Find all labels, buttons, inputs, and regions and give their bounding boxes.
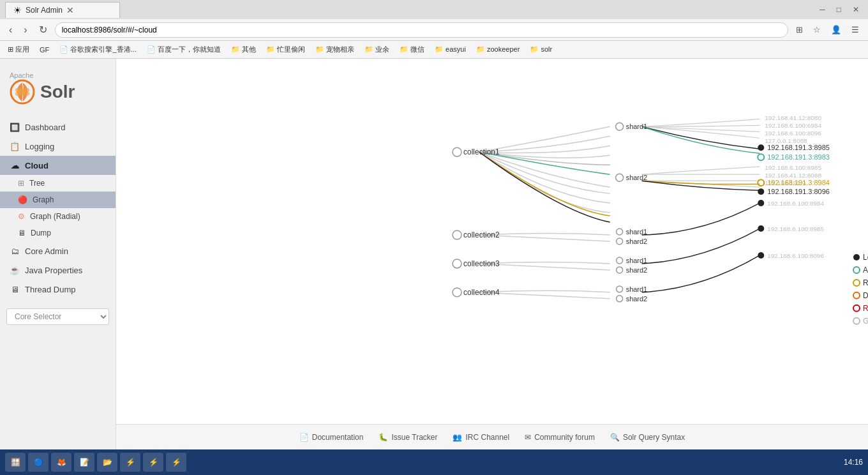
maximize-button[interactable]: □ xyxy=(833,4,845,15)
bookmark-zookeeper[interactable]: 📁 zookeeper xyxy=(474,44,522,55)
taskbar-start[interactable]: 🪟 xyxy=(5,453,26,472)
bug-icon: 🐛 xyxy=(378,433,388,442)
cloud-icon: ☁ xyxy=(10,160,20,170)
bookmark-easyui[interactable]: 📁 easyui xyxy=(432,44,468,55)
title-bar: ☀ Solr Admin ✕ ─ □ ✕ xyxy=(0,0,868,19)
browser-tab[interactable]: ☀ Solr Admin ✕ xyxy=(5,2,120,18)
sidebar-item-thread-dump[interactable]: 🖥 Thread Dump xyxy=(0,280,116,299)
forward-button[interactable]: › xyxy=(20,23,31,37)
footer-irc-link[interactable]: 👥 IRC Channel xyxy=(453,433,509,442)
sidebar-subitem-graph-label: Graph xyxy=(33,195,54,204)
collection1-label: collection1 xyxy=(463,147,500,156)
bookmark-baidu[interactable]: 📄 百度一下，你就知道 xyxy=(144,43,223,56)
c4-node[interactable] xyxy=(758,252,764,259)
bookmark-wechat[interactable]: 📁 微信 xyxy=(397,43,427,56)
extensions-button[interactable]: ⊞ xyxy=(792,24,807,36)
taskbar-icon-1[interactable]: 🔵 xyxy=(28,453,49,472)
bookmark-apps[interactable]: ⊞ 应用 xyxy=(5,43,32,56)
java-icon: ☕ xyxy=(10,265,20,275)
taskbar-time: 14:16 xyxy=(844,458,863,467)
taskbar-icon-5[interactable]: ⚡ xyxy=(120,453,140,472)
c3-shard1-node[interactable] xyxy=(617,257,623,264)
footer-documentation-link[interactable]: 📄 Documentation xyxy=(299,433,364,442)
legend-recovery-failed-label: Recovery Failed xyxy=(863,304,868,313)
sidebar-item-java-label: Java Properties xyxy=(25,266,82,275)
menu-button[interactable]: ☰ xyxy=(848,24,863,36)
collection1-node[interactable] xyxy=(453,147,461,156)
footer-issue-tracker-link[interactable]: 🐛 Issue Tracker xyxy=(378,433,437,442)
c2-shard2-label: shard2 xyxy=(626,238,648,245)
bookmark-google[interactable]: 📄 谷歌搜索引擎_香港... xyxy=(57,43,138,56)
bookmarks-bar: ⊞ 应用 GF 📄 谷歌搜索引擎_香港... 📄 百度一下，你就知道 📁 其他 … xyxy=(0,41,868,59)
footer-issue-tracker-label: Issue Tracker xyxy=(391,433,437,442)
taskbar-icon-7[interactable]: ⚡ xyxy=(166,453,186,472)
profile-button[interactable]: 👤 xyxy=(827,24,845,36)
active-node-1[interactable] xyxy=(758,144,764,151)
url-bar[interactable] xyxy=(55,22,788,38)
footer-irc-label: IRC Channel xyxy=(465,433,509,442)
c3-node[interactable] xyxy=(758,225,764,232)
sidebar-item-cloud[interactable]: ☁ Cloud xyxy=(0,156,116,175)
recovering-node-label: 192.168.191.3:8984 xyxy=(767,179,830,186)
content-area: Apache Solr 🔲 Dashboard xyxy=(0,59,868,449)
taskbar-icon-3[interactable]: 📝 xyxy=(74,453,94,472)
collection3-node[interactable] xyxy=(453,259,461,268)
tab-close-button[interactable]: ✕ xyxy=(66,5,74,15)
leader-node[interactable] xyxy=(758,188,764,195)
core-selector[interactable]: Core Selector xyxy=(6,308,109,325)
close-button[interactable]: ✕ xyxy=(849,4,863,15)
bookmark-leisure[interactable]: 📁 业余 xyxy=(362,43,392,56)
taskbar-icon-4[interactable]: 📂 xyxy=(97,453,117,472)
bookmark-button[interactable]: ☆ xyxy=(809,24,825,36)
sidebar-subitem-dump-label: Dump xyxy=(31,229,51,238)
sidebar-item-java[interactable]: ☕ Java Properties xyxy=(0,260,116,280)
c2-shard1-node[interactable] xyxy=(617,229,623,235)
c4-shard1-label: shard1 xyxy=(626,285,648,293)
sidebar-subitem-graph[interactable]: 🔴 Graph xyxy=(0,192,116,208)
irc-icon: 👥 xyxy=(453,433,462,442)
sidebar-subitem-dump[interactable]: 🖥 Dump xyxy=(0,225,116,241)
node-label-6: 192.168.41.12:8088 xyxy=(765,172,821,179)
collection2-label: collection2 xyxy=(463,230,500,239)
minimize-button[interactable]: ─ xyxy=(816,4,829,15)
sidebar-item-dashboard-label: Dashboard xyxy=(25,123,66,132)
c2-node[interactable] xyxy=(758,200,764,206)
graph-icon: 🔴 xyxy=(18,195,27,204)
sidebar-item-logging[interactable]: 📋 Logging xyxy=(0,137,116,156)
taskbar-icon-2[interactable]: 🦊 xyxy=(51,453,71,472)
c2-shard2-node[interactable] xyxy=(617,238,623,245)
sidebar-item-core-admin[interactable]: 🗂 Core Admin xyxy=(0,241,116,260)
sidebar-item-dashboard[interactable]: 🔲 Dashboard xyxy=(0,117,116,137)
sidebar-subitem-tree[interactable]: ⊞ Tree xyxy=(0,175,116,192)
c4-shard1-node[interactable] xyxy=(617,286,623,292)
refresh-button[interactable]: ↻ xyxy=(35,22,51,37)
c2-node-label: 192.168.6.100:8984 xyxy=(767,200,824,207)
collection4-node[interactable] xyxy=(453,288,461,297)
taskbar: 🪟 🔵 🦊 📝 📂 ⚡ ⚡ ⚡ 14:16 xyxy=(0,449,868,475)
collection2-node[interactable] xyxy=(453,230,461,239)
footer-query-syntax-label: Solr Query Syntax xyxy=(623,433,685,442)
c3-shard2-node[interactable] xyxy=(617,267,623,273)
nav-bar: ‹ › ↻ ⊞ ☆ 👤 ☰ xyxy=(0,19,868,41)
footer-community-forum-link[interactable]: ✉ Community forum xyxy=(525,433,595,442)
c1-shard2-node[interactable] xyxy=(616,174,624,181)
core-selector-container: Core Selector xyxy=(6,308,109,325)
sidebar-subitem-graph-radial[interactable]: ⚙ Graph (Radial) xyxy=(0,208,116,225)
c4-shard2-node[interactable] xyxy=(617,296,623,302)
bookmark-solr[interactable]: 📁 solr xyxy=(527,44,555,55)
taskbar-icon-6[interactable]: ⚡ xyxy=(143,453,163,472)
bookmark-other[interactable]: 📁 其他 xyxy=(228,43,258,56)
sidebar-subitem-tree-label: Tree xyxy=(29,179,45,188)
bookmark-gf[interactable]: GF xyxy=(37,45,52,55)
footer-query-syntax-link[interactable]: 🔍 Solr Query Syntax xyxy=(610,433,685,442)
c1-shard2-label: shard2 xyxy=(626,174,648,181)
bookmark-pets[interactable]: 📁 宠物相亲 xyxy=(313,43,357,56)
bookmark-busy[interactable]: 📁 忙里偷闲 xyxy=(264,43,308,56)
back-button[interactable]: ‹ xyxy=(5,23,16,37)
legend-active-label: Active xyxy=(863,266,868,275)
footer-community-forum-label: Community forum xyxy=(534,433,595,442)
forum-icon: ✉ xyxy=(525,433,531,442)
c3-shard1-label: shard1 xyxy=(626,257,648,264)
c1-shard1-node[interactable] xyxy=(616,123,624,130)
query-icon: 🔍 xyxy=(610,433,620,442)
